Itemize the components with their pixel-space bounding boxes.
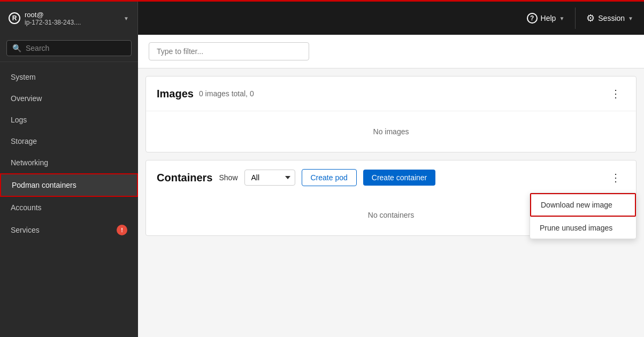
sidebar: 🔍 System Overview Logs Storage Networkin… <box>0 35 138 337</box>
sidebar-item-networking[interactable]: Networking <box>0 152 138 173</box>
top-bar: R root@ ip-172-31-38-243.... ▼ ? Help ▼ … <box>0 0 644 35</box>
images-menu-button[interactable]: ⋮ <box>606 85 625 102</box>
sidebar-item-label: Overview <box>11 94 42 103</box>
sidebar-nav: System Overview Logs Storage Networking … <box>0 62 138 337</box>
sidebar-item-label: Services <box>11 226 40 234</box>
images-dropdown-menu: Download new image Prune unused images <box>530 193 637 239</box>
sidebar-item-label: Storage <box>11 137 37 145</box>
search-icon: 🔍 <box>12 44 21 52</box>
user-menu[interactable]: R root@ ip-172-31-38-243.... ▼ <box>0 2 138 35</box>
images-subtitle: 0 images total, 0 <box>199 89 254 98</box>
show-label: Show <box>219 173 237 182</box>
sidebar-item-storage[interactable]: Storage <box>0 131 138 152</box>
sidebar-item-label: Logs <box>11 116 27 124</box>
images-empty-text: No images <box>146 111 636 152</box>
containers-header: Containers Show All Running Stopped Crea… <box>146 160 636 195</box>
containers-title: Containers <box>157 172 212 184</box>
sidebar-item-system[interactable]: System <box>0 66 138 88</box>
main-layout: 🔍 System Overview Logs Storage Networkin… <box>0 35 644 337</box>
sidebar-item-label: System <box>11 73 36 81</box>
session-button[interactable]: ⚙ Session ▼ <box>576 2 644 35</box>
user-text: root@ ip-172-31-38-243.... <box>25 11 119 26</box>
help-circle-icon: ? <box>527 13 538 24</box>
help-chevron-icon: ▼ <box>559 16 564 21</box>
images-panel-header: Images 0 images total, 0 ⋮ <box>146 76 636 111</box>
sidebar-search-area: 🔍 <box>0 35 138 62</box>
sidebar-item-label: Podman containers <box>12 181 76 189</box>
sidebar-item-accounts[interactable]: Accounts <box>0 197 138 218</box>
session-label: Session <box>598 14 625 22</box>
search-input-wrapper: 🔍 <box>6 40 132 56</box>
help-button[interactable]: ? Help ▼ <box>516 2 576 35</box>
sidebar-item-podman-containers[interactable]: Podman containers <box>0 173 138 197</box>
top-bar-center <box>138 2 516 35</box>
search-input[interactable] <box>26 44 126 52</box>
user-name: root@ <box>25 11 119 19</box>
user-chevron-icon: ▼ <box>124 16 129 21</box>
content-area: Images 0 images total, 0 ⋮ No images Dow… <box>138 35 644 337</box>
filter-bar <box>138 35 644 68</box>
sidebar-item-label: Networking <box>11 158 48 167</box>
images-panel: Images 0 images total, 0 ⋮ No images <box>145 76 637 152</box>
prune-unused-images-item[interactable]: Prune unused images <box>530 217 636 239</box>
sidebar-item-label: Accounts <box>11 203 42 212</box>
show-select[interactable]: All Running Stopped <box>244 170 295 186</box>
filter-input[interactable] <box>149 42 309 60</box>
gear-icon: ⚙ <box>586 12 595 24</box>
help-label: Help <box>541 14 556 22</box>
session-chevron-icon: ▼ <box>628 16 633 21</box>
user-icon: R <box>9 12 20 24</box>
top-bar-actions: ? Help ▼ ⚙ Session ▼ <box>516 2 644 35</box>
sidebar-item-logs[interactable]: Logs <box>0 109 138 131</box>
images-title: Images <box>157 88 194 100</box>
sidebar-item-overview[interactable]: Overview <box>0 88 138 109</box>
create-pod-button[interactable]: Create pod <box>302 169 357 186</box>
user-host: ip-172-31-38-243.... <box>25 19 119 26</box>
containers-menu-button[interactable]: ⋮ <box>606 169 625 186</box>
create-container-button[interactable]: Create container <box>363 170 436 186</box>
sidebar-item-services[interactable]: Services ! <box>0 218 138 242</box>
download-new-image-item[interactable]: Download new image <box>530 193 636 217</box>
services-badge: ! <box>117 225 127 235</box>
